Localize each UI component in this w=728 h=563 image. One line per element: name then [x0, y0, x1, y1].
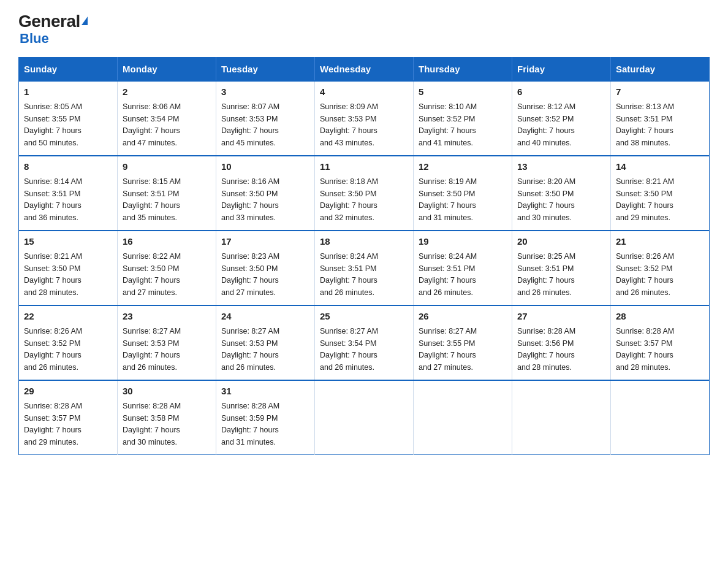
- calendar-day-cell: 20Sunrise: 8:25 AMSunset: 3:51 PMDayligh…: [512, 231, 611, 305]
- col-header-saturday: Saturday: [611, 57, 710, 81]
- day-number: 10: [221, 160, 309, 174]
- calendar-day-cell: 14Sunrise: 8:21 AMSunset: 3:50 PMDayligh…: [611, 156, 710, 231]
- col-header-sunday: Sunday: [19, 57, 118, 81]
- day-info: Sunrise: 8:28 AMSunset: 3:58 PMDaylight:…: [123, 400, 211, 448]
- day-number: 9: [123, 160, 211, 174]
- page-header: General Blue: [18, 12, 710, 46]
- day-number: 17: [221, 235, 309, 249]
- calendar-day-cell: 21Sunrise: 8:26 AMSunset: 3:52 PMDayligh…: [611, 231, 710, 305]
- day-info: Sunrise: 8:24 AMSunset: 3:51 PMDaylight:…: [419, 251, 507, 299]
- calendar-table: SundayMondayTuesdayWednesdayThursdayFrid…: [18, 57, 710, 455]
- day-info: Sunrise: 8:19 AMSunset: 3:50 PMDaylight:…: [419, 176, 507, 224]
- calendar-day-cell: 9Sunrise: 8:15 AMSunset: 3:51 PMDaylight…: [118, 156, 216, 231]
- day-info: Sunrise: 8:22 AMSunset: 3:50 PMDaylight:…: [123, 251, 211, 299]
- day-number: 5: [419, 85, 507, 99]
- day-info: Sunrise: 8:28 AMSunset: 3:59 PMDaylight:…: [221, 400, 309, 448]
- col-header-wednesday: Wednesday: [315, 57, 414, 81]
- day-info: Sunrise: 8:28 AMSunset: 3:57 PMDaylight:…: [616, 326, 704, 373]
- day-info: Sunrise: 8:14 AMSunset: 3:51 PMDaylight:…: [24, 176, 112, 224]
- day-number: 18: [320, 235, 408, 249]
- calendar-day-cell: 23Sunrise: 8:27 AMSunset: 3:53 PMDayligh…: [118, 305, 216, 380]
- day-number: 4: [320, 85, 408, 99]
- calendar-day-cell: [611, 380, 710, 455]
- calendar-day-cell: 13Sunrise: 8:20 AMSunset: 3:50 PMDayligh…: [512, 156, 611, 231]
- calendar-day-cell: 8Sunrise: 8:14 AMSunset: 3:51 PMDaylight…: [19, 156, 118, 231]
- day-number: 26: [419, 310, 507, 324]
- calendar-header-row: SundayMondayTuesdayWednesdayThursdayFrid…: [19, 57, 710, 81]
- calendar-day-cell: 7Sunrise: 8:13 AMSunset: 3:51 PMDaylight…: [611, 81, 710, 156]
- calendar-day-cell: 22Sunrise: 8:26 AMSunset: 3:52 PMDayligh…: [19, 305, 118, 380]
- calendar-day-cell: 11Sunrise: 8:18 AMSunset: 3:50 PMDayligh…: [315, 156, 414, 231]
- calendar-day-cell: 2Sunrise: 8:06 AMSunset: 3:54 PMDaylight…: [118, 81, 216, 156]
- day-number: 15: [24, 235, 112, 249]
- calendar-day-cell: 4Sunrise: 8:09 AMSunset: 3:53 PMDaylight…: [315, 81, 414, 156]
- col-header-monday: Monday: [118, 57, 216, 81]
- day-number: 16: [123, 235, 211, 249]
- day-number: 13: [517, 160, 605, 174]
- calendar-week-row: 15Sunrise: 8:21 AMSunset: 3:50 PMDayligh…: [19, 231, 710, 305]
- calendar-day-cell: 5Sunrise: 8:10 AMSunset: 3:52 PMDaylight…: [414, 81, 512, 156]
- day-info: Sunrise: 8:27 AMSunset: 3:53 PMDaylight:…: [221, 326, 309, 373]
- day-number: 11: [320, 160, 408, 174]
- calendar-day-cell: 1Sunrise: 8:05 AMSunset: 3:55 PMDaylight…: [19, 81, 118, 156]
- day-info: Sunrise: 8:25 AMSunset: 3:51 PMDaylight:…: [517, 251, 605, 299]
- day-info: Sunrise: 8:18 AMSunset: 3:50 PMDaylight:…: [320, 176, 408, 224]
- day-info: Sunrise: 8:06 AMSunset: 3:54 PMDaylight:…: [123, 101, 211, 149]
- day-number: 28: [616, 310, 704, 324]
- calendar-day-cell: 17Sunrise: 8:23 AMSunset: 3:50 PMDayligh…: [216, 231, 315, 305]
- day-info: Sunrise: 8:27 AMSunset: 3:54 PMDaylight:…: [320, 326, 408, 373]
- calendar-day-cell: 18Sunrise: 8:24 AMSunset: 3:51 PMDayligh…: [315, 231, 414, 305]
- day-info: Sunrise: 8:13 AMSunset: 3:51 PMDaylight:…: [616, 101, 704, 149]
- col-header-friday: Friday: [512, 57, 611, 81]
- calendar-day-cell: 29Sunrise: 8:28 AMSunset: 3:57 PMDayligh…: [19, 380, 118, 455]
- day-number: 3: [221, 85, 309, 99]
- day-number: 21: [616, 235, 704, 249]
- logo: General Blue: [18, 12, 88, 46]
- day-info: Sunrise: 8:12 AMSunset: 3:52 PMDaylight:…: [517, 101, 605, 149]
- day-number: 1: [24, 85, 112, 99]
- day-number: 22: [24, 310, 112, 324]
- calendar-week-row: 8Sunrise: 8:14 AMSunset: 3:51 PMDaylight…: [19, 156, 710, 231]
- day-number: 25: [320, 310, 408, 324]
- calendar-day-cell: 28Sunrise: 8:28 AMSunset: 3:57 PMDayligh…: [611, 305, 710, 380]
- calendar-day-cell: 25Sunrise: 8:27 AMSunset: 3:54 PMDayligh…: [315, 305, 414, 380]
- day-info: Sunrise: 8:16 AMSunset: 3:50 PMDaylight:…: [221, 176, 309, 224]
- calendar-day-cell: 12Sunrise: 8:19 AMSunset: 3:50 PMDayligh…: [414, 156, 512, 231]
- col-header-tuesday: Tuesday: [216, 57, 315, 81]
- day-info: Sunrise: 8:20 AMSunset: 3:50 PMDaylight:…: [517, 176, 605, 224]
- day-number: 20: [517, 235, 605, 249]
- calendar-day-cell: [512, 380, 611, 455]
- calendar-day-cell: 19Sunrise: 8:24 AMSunset: 3:51 PMDayligh…: [414, 231, 512, 305]
- calendar-day-cell: 10Sunrise: 8:16 AMSunset: 3:50 PMDayligh…: [216, 156, 315, 231]
- day-info: Sunrise: 8:15 AMSunset: 3:51 PMDaylight:…: [123, 176, 211, 224]
- day-info: Sunrise: 8:10 AMSunset: 3:52 PMDaylight:…: [419, 101, 507, 149]
- logo-top: General: [18, 12, 88, 31]
- day-info: Sunrise: 8:09 AMSunset: 3:53 PMDaylight:…: [320, 101, 408, 149]
- day-info: Sunrise: 8:07 AMSunset: 3:53 PMDaylight:…: [221, 101, 309, 149]
- calendar-day-cell: 16Sunrise: 8:22 AMSunset: 3:50 PMDayligh…: [118, 231, 216, 305]
- day-number: 8: [24, 160, 112, 174]
- day-info: Sunrise: 8:21 AMSunset: 3:50 PMDaylight:…: [616, 176, 704, 224]
- calendar-week-row: 1Sunrise: 8:05 AMSunset: 3:55 PMDaylight…: [19, 81, 710, 156]
- calendar-day-cell: 26Sunrise: 8:27 AMSunset: 3:55 PMDayligh…: [414, 305, 512, 380]
- day-info: Sunrise: 8:27 AMSunset: 3:53 PMDaylight:…: [123, 326, 211, 373]
- day-number: 2: [123, 85, 211, 99]
- day-number: 6: [517, 85, 605, 99]
- calendar-day-cell: [315, 380, 414, 455]
- day-info: Sunrise: 8:05 AMSunset: 3:55 PMDaylight:…: [24, 101, 112, 149]
- calendar-day-cell: 31Sunrise: 8:28 AMSunset: 3:59 PMDayligh…: [216, 380, 315, 455]
- calendar-week-row: 29Sunrise: 8:28 AMSunset: 3:57 PMDayligh…: [19, 380, 710, 455]
- day-number: 31: [221, 385, 309, 399]
- day-number: 14: [616, 160, 704, 174]
- day-info: Sunrise: 8:28 AMSunset: 3:57 PMDaylight:…: [24, 400, 112, 448]
- calendar-day-cell: 24Sunrise: 8:27 AMSunset: 3:53 PMDayligh…: [216, 305, 315, 380]
- day-info: Sunrise: 8:28 AMSunset: 3:56 PMDaylight:…: [517, 326, 605, 373]
- logo-triangle-icon: [82, 17, 88, 25]
- day-number: 27: [517, 310, 605, 324]
- day-info: Sunrise: 8:26 AMSunset: 3:52 PMDaylight:…: [24, 326, 112, 373]
- day-number: 12: [419, 160, 507, 174]
- calendar-day-cell: 3Sunrise: 8:07 AMSunset: 3:53 PMDaylight…: [216, 81, 315, 156]
- calendar-day-cell: 6Sunrise: 8:12 AMSunset: 3:52 PMDaylight…: [512, 81, 611, 156]
- col-header-thursday: Thursday: [414, 57, 512, 81]
- calendar-day-cell: 15Sunrise: 8:21 AMSunset: 3:50 PMDayligh…: [19, 231, 118, 305]
